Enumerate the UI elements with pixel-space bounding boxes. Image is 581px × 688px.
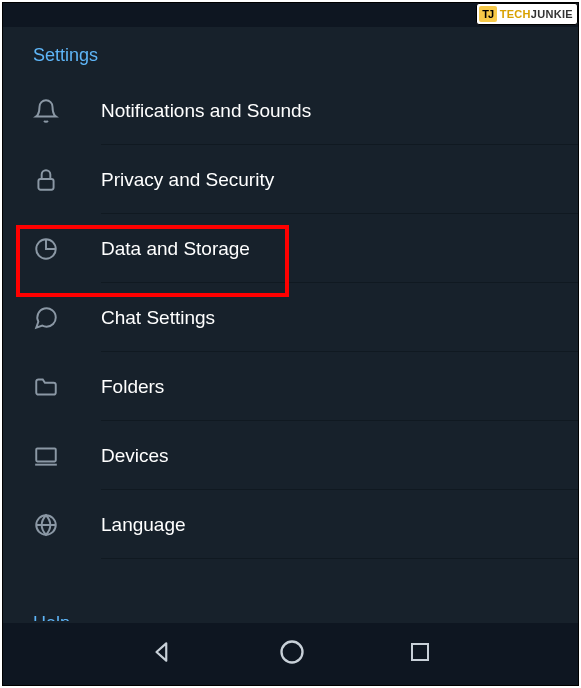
svg-point-5	[281, 642, 302, 663]
settings-item-language[interactable]: Language	[3, 490, 578, 559]
item-label: Data and Storage	[101, 238, 250, 260]
chat-icon	[33, 305, 101, 331]
globe-icon	[33, 512, 101, 538]
svg-rect-6	[412, 644, 428, 660]
android-nav-bar	[3, 623, 578, 685]
item-label: Language	[101, 514, 186, 536]
section-title: Settings	[3, 27, 578, 76]
item-label: Privacy and Security	[101, 169, 274, 191]
settings-item-chat[interactable]: Chat Settings	[3, 283, 578, 352]
watermark-badge: TJ TECHJUNKIE	[476, 3, 578, 25]
nav-recent-icon[interactable]	[408, 640, 432, 668]
item-label: Chat Settings	[101, 307, 215, 329]
settings-item-privacy[interactable]: Privacy and Security	[3, 145, 578, 214]
nav-back-icon[interactable]	[150, 639, 176, 669]
devices-icon	[33, 443, 101, 469]
lock-icon	[33, 167, 101, 193]
bell-icon	[33, 98, 101, 124]
settings-item-notifications[interactable]: Notifications and Sounds	[3, 76, 578, 145]
svg-rect-2	[36, 448, 56, 461]
nav-home-icon[interactable]	[278, 638, 306, 670]
settings-list: Notifications and Sounds Privacy and Sec…	[3, 76, 578, 559]
settings-item-data-storage[interactable]: Data and Storage	[3, 214, 578, 283]
item-label: Devices	[101, 445, 169, 467]
item-label: Folders	[101, 376, 164, 398]
watermark-logo: TJ	[479, 6, 497, 22]
item-label: Notifications and Sounds	[101, 100, 311, 122]
settings-item-folders[interactable]: Folders	[3, 352, 578, 421]
pie-icon	[33, 236, 101, 262]
next-section-title: Help	[33, 613, 70, 621]
folder-icon	[33, 374, 101, 400]
svg-rect-0	[38, 178, 53, 189]
watermark-text: TECHJUNKIE	[500, 8, 573, 20]
settings-item-devices[interactable]: Devices	[3, 421, 578, 490]
